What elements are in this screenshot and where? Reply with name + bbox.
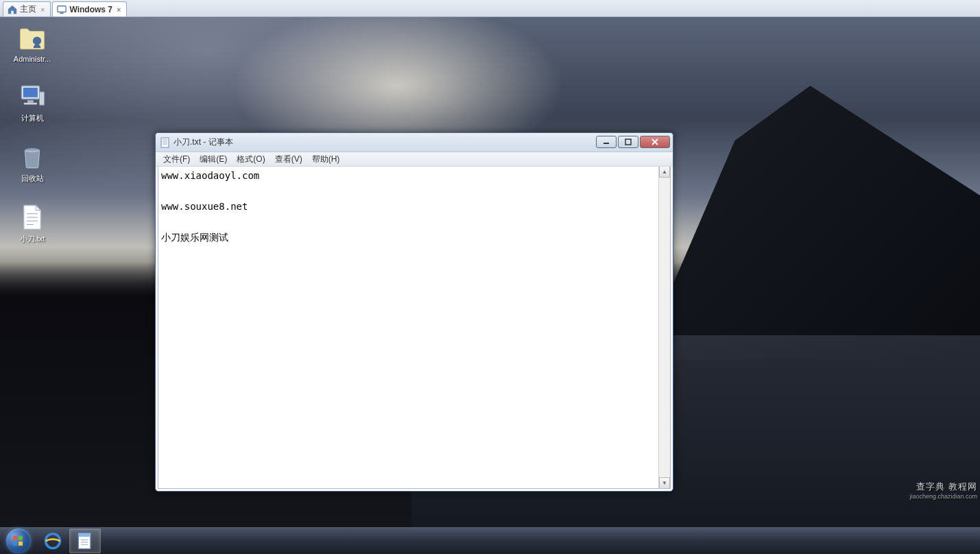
scroll-up-icon[interactable]: ▲ <box>659 167 670 178</box>
window-title: 小刀.txt - 记事本 <box>174 136 595 148</box>
scroll-down-icon[interactable]: ▼ <box>659 477 670 488</box>
svg-point-2 <box>33 36 41 45</box>
text-file-icon <box>18 203 47 232</box>
menu-view[interactable]: 查看(V) <box>270 152 307 167</box>
notepad-window: 小刀.txt - 记事本 文件(F) 编辑(E) 格式(O) 查看(V) 帮助(… <box>155 132 673 492</box>
icon-label: Administr... <box>8 55 56 63</box>
notepad-content-area: ▲ ▼ <box>158 167 671 489</box>
taskbar-notepad[interactable] <box>69 529 101 553</box>
taskbar <box>0 527 980 554</box>
svg-rect-4 <box>23 88 38 97</box>
recycle-bin-icon <box>18 143 47 171</box>
desktop-icons-container: Administr... 计算机 <box>8 24 56 263</box>
svg-rect-0 <box>58 5 66 12</box>
start-button[interactable] <box>0 528 37 555</box>
vertical-scrollbar[interactable]: ▲ ▼ <box>658 167 670 488</box>
notepad-titlebar[interactable]: 小刀.txt - 记事本 <box>156 133 673 152</box>
svg-rect-23 <box>78 533 91 537</box>
notepad-icon <box>160 137 171 148</box>
svg-rect-6 <box>24 103 37 105</box>
watermark: 查字典 教程网 jiaocheng.chazidian.com <box>909 481 977 500</box>
close-button[interactable] <box>640 136 670 148</box>
menu-edit[interactable]: 编辑(E) <box>195 152 232 167</box>
svg-rect-5 <box>27 100 34 103</box>
minimize-button[interactable] <box>596 136 617 148</box>
desktop-icon-administrator[interactable]: Administr... <box>8 24 56 63</box>
icon-label: 计算机 <box>8 113 56 123</box>
tab-home[interactable]: 主页 × <box>3 1 51 16</box>
tab-windows7[interactable]: Windows 7 × <box>52 1 127 16</box>
notepad-menubar: 文件(F) 编辑(E) 格式(O) 查看(V) 帮助(H) <box>156 152 673 167</box>
computer-icon <box>18 82 47 111</box>
folder-user-icon <box>18 24 47 53</box>
svg-rect-13 <box>161 138 169 147</box>
desktop-icon-text-file[interactable]: 小刀.txt <box>8 203 56 244</box>
maximize-button[interactable] <box>618 136 638 148</box>
close-icon[interactable]: × <box>115 5 122 14</box>
browser-tab-bar: 主页 × Windows 7 × <box>0 0 980 17</box>
notepad-textarea[interactable] <box>158 167 658 488</box>
windows-logo-icon <box>6 529 31 553</box>
tab-label: Windows 7 <box>69 5 112 14</box>
watermark-main: 查字典 教程网 <box>909 481 977 493</box>
tab-label: 主页 <box>20 3 36 15</box>
monitor-icon <box>57 5 67 14</box>
internet-explorer-icon <box>43 531 62 551</box>
notepad-taskbar-icon <box>75 531 95 551</box>
menu-format[interactable]: 格式(O) <box>232 152 270 167</box>
taskbar-ie[interactable] <box>38 529 68 553</box>
desktop-icon-recycle-bin[interactable]: 回收站 <box>8 143 56 184</box>
icon-label: 小刀.txt <box>8 234 56 244</box>
svg-rect-1 <box>60 12 64 14</box>
desktop-icon-computer[interactable]: 计算机 <box>8 82 56 123</box>
svg-point-8 <box>25 149 40 152</box>
menu-help[interactable]: 帮助(H) <box>307 152 345 167</box>
svg-rect-7 <box>40 92 45 105</box>
home-icon <box>8 5 17 14</box>
menu-file[interactable]: 文件(F) <box>158 152 195 167</box>
svg-rect-18 <box>625 139 631 145</box>
close-icon[interactable]: × <box>39 5 46 14</box>
window-controls <box>595 136 670 148</box>
desktop[interactable]: Administr... 计算机 <box>0 17 980 527</box>
watermark-sub: jiaocheng.chazidian.com <box>909 493 977 500</box>
icon-label: 回收站 <box>8 173 56 184</box>
